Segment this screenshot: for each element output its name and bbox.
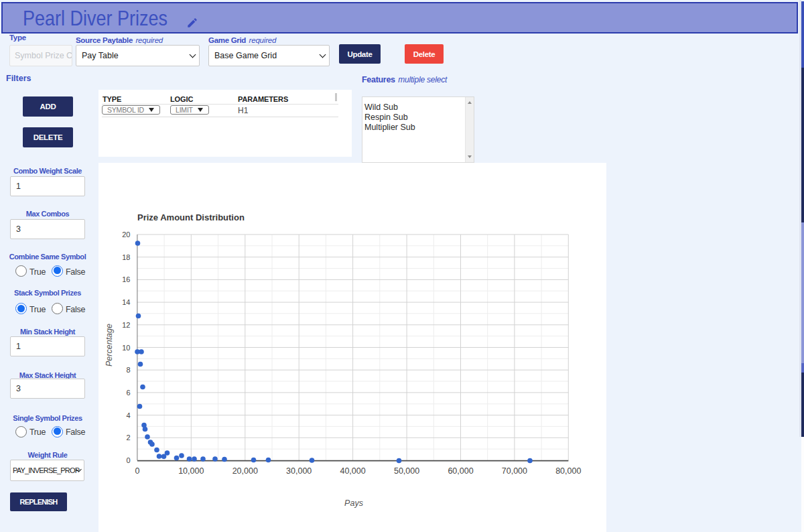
svg-text:40,000: 40,000 <box>340 466 365 476</box>
svg-text:8: 8 <box>126 366 130 374</box>
svg-text:10: 10 <box>122 344 130 352</box>
svg-text:2: 2 <box>126 434 130 442</box>
svg-text:50,000: 50,000 <box>394 466 419 476</box>
svg-text:4: 4 <box>126 411 130 419</box>
svg-text:20,000: 20,000 <box>232 466 258 476</box>
svg-text:70,000: 70,000 <box>502 466 527 476</box>
svg-text:60,000: 60,000 <box>448 466 473 476</box>
svg-text:80,000: 80,000 <box>555 466 581 476</box>
svg-text:6: 6 <box>126 389 130 397</box>
svg-text:Prize Amount Distribution: Prize Amount Distribution <box>137 212 245 222</box>
svg-text:Pays: Pays <box>344 498 363 508</box>
svg-text:18: 18 <box>122 253 130 261</box>
svg-text:0: 0 <box>135 466 139 476</box>
svg-text:0: 0 <box>126 456 130 464</box>
svg-text:14: 14 <box>122 298 130 306</box>
svg-text:10,000: 10,000 <box>178 466 204 476</box>
svg-text:30,000: 30,000 <box>286 466 312 476</box>
svg-text:Percentage: Percentage <box>105 324 114 367</box>
svg-text:20: 20 <box>122 230 130 239</box>
svg-text:12: 12 <box>122 321 130 329</box>
svg-text:16: 16 <box>122 275 130 283</box>
